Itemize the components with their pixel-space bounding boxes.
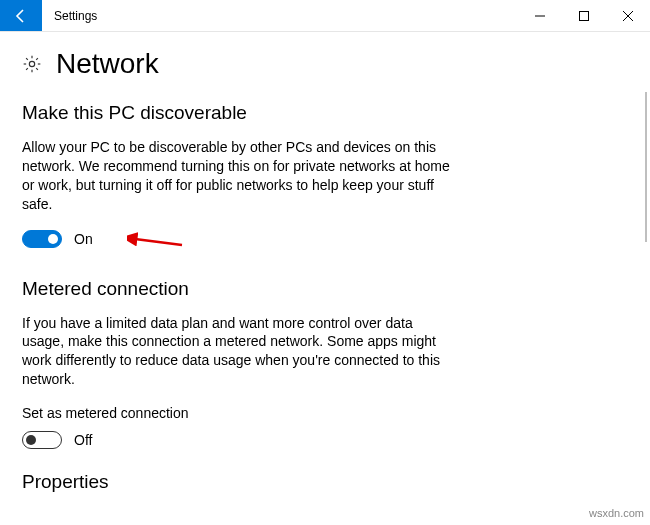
scrollbar[interactable] [645,92,647,242]
gear-icon [22,54,42,74]
page-header: Network [22,48,628,80]
discoverable-heading: Make this PC discoverable [22,102,628,124]
discoverable-toggle-label: On [74,231,93,247]
toggle-knob [48,234,58,244]
metered-heading: Metered connection [22,278,628,300]
section-properties: Properties [22,471,628,493]
minimize-icon [535,11,545,21]
annotation-arrow-icon [127,232,187,250]
maximize-icon [579,11,589,21]
svg-line-8 [36,58,38,60]
back-arrow-icon [13,8,29,24]
titlebar: Settings [0,0,650,32]
window-title: Settings [42,0,97,31]
content-area: Network Make this PC discoverable Allow … [0,32,650,525]
discoverable-description: Allow your PC to be discoverable by othe… [22,138,452,214]
metered-label: Set as metered connection [22,405,628,421]
section-discoverable: Make this PC discoverable Allow your PC … [22,102,628,248]
section-metered: Metered connection If you have a limited… [22,278,628,450]
svg-line-9 [26,68,28,70]
svg-rect-0 [580,11,589,20]
maximize-button[interactable] [562,0,606,31]
svg-point-1 [29,61,34,66]
minimize-button[interactable] [518,0,562,31]
discoverable-toggle[interactable] [22,230,62,248]
metered-toggle[interactable] [22,431,62,449]
back-button[interactable] [0,0,42,31]
metered-toggle-label: Off [74,432,92,448]
svg-line-10 [135,239,182,245]
close-icon [623,11,633,21]
watermark: wsxdn.com [589,507,644,519]
toggle-knob [26,435,36,445]
close-button[interactable] [606,0,650,31]
svg-line-7 [36,68,38,70]
svg-line-6 [26,58,28,60]
metered-description: If you have a limited data plan and want… [22,314,452,390]
page-title: Network [56,48,159,80]
properties-heading: Properties [22,471,628,493]
metered-toggle-row: Off [22,431,628,449]
discoverable-toggle-row: On [22,230,628,248]
